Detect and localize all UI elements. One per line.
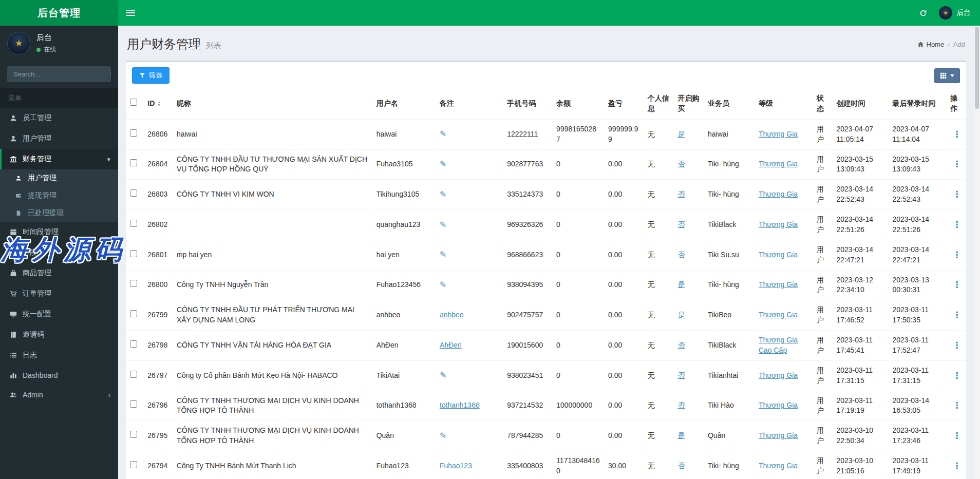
- cell-purchase: 否: [673, 331, 704, 361]
- purchase-toggle-link[interactable]: 是: [677, 311, 685, 319]
- row-checkbox[interactable]: [130, 280, 137, 287]
- row-actions-button[interactable]: ⋮: [951, 431, 964, 440]
- level-link[interactable]: Thương Gia: [759, 401, 798, 409]
- row-actions-button[interactable]: ⋮: [951, 250, 964, 260]
- cell-note: ✎: [436, 240, 503, 270]
- sidebar-item-staff[interactable]: 员工管理: [0, 108, 118, 128]
- edit-note-icon[interactable]: ✎: [440, 190, 446, 199]
- breadcrumb-home-link[interactable]: Home: [917, 41, 945, 48]
- row-actions-button[interactable]: ⋮: [951, 280, 964, 290]
- row-checkbox[interactable]: [130, 310, 137, 317]
- note-link[interactable]: AhĐen: [440, 341, 462, 349]
- row-actions-button[interactable]: ⋮: [951, 159, 964, 169]
- submenu-item-user-finance[interactable]: 用户管理: [0, 169, 118, 187]
- edit-note-icon[interactable]: ✎: [440, 250, 446, 259]
- purchase-toggle-link[interactable]: 否: [677, 251, 685, 259]
- level-link[interactable]: Thương Gia: [759, 311, 798, 319]
- edit-note-icon[interactable]: ✎: [440, 160, 446, 168]
- cell-level: Thương Gia: [755, 421, 813, 451]
- sidebar-item-session[interactable]: 时段: [0, 242, 118, 263]
- row-checkbox[interactable]: [130, 129, 137, 137]
- cell-username: Tikihung3105: [372, 180, 436, 210]
- sidebar-item-dashboard[interactable]: Dashboard: [0, 366, 118, 385]
- row-actions-button[interactable]: ⋮: [951, 340, 964, 350]
- navbar-user-menu[interactable]: ★ 后台: [935, 0, 980, 26]
- purchase-toggle-link[interactable]: 否: [677, 220, 685, 228]
- purchase-toggle-link[interactable]: 否: [677, 401, 685, 409]
- purchase-toggle-link[interactable]: 是: [677, 280, 685, 289]
- level-link[interactable]: Thương Gia: [759, 220, 798, 228]
- vertical-scrollbar[interactable]: [974, 26, 980, 479]
- select-all-checkbox[interactable]: [130, 99, 137, 106]
- search-input[interactable]: [7, 66, 110, 82]
- sidebar-item-orders[interactable]: 订单管理: [0, 283, 118, 304]
- header-level: 等级: [755, 89, 813, 119]
- row-actions-button[interactable]: ⋮: [951, 220, 964, 229]
- app-title: 后台管理: [37, 6, 81, 20]
- level-link[interactable]: Thương Gia: [759, 371, 798, 379]
- purchase-toggle-link[interactable]: 是: [677, 130, 685, 138]
- sidebar-item-logs[interactable]: 日志: [0, 345, 118, 366]
- table-settings-button[interactable]: [934, 68, 960, 83]
- submenu-item-processed-withdraw[interactable]: 已处理提现: [0, 204, 118, 222]
- note-link[interactable]: tothanh1368: [440, 401, 480, 409]
- cell-profit: 30.00: [604, 451, 644, 479]
- filter-button[interactable]: 筛选: [132, 67, 169, 84]
- sidebar-item-products[interactable]: 商品管理: [0, 263, 118, 283]
- row-checkbox[interactable]: [130, 340, 137, 348]
- level-link[interactable]: Thương Gia Cao Cấp: [759, 336, 798, 354]
- row-checkbox[interactable]: [130, 371, 137, 378]
- edit-note-icon[interactable]: ✎: [440, 129, 446, 138]
- level-link[interactable]: Thương Gia: [759, 431, 798, 439]
- row-checkbox[interactable]: [130, 189, 137, 197]
- edit-note-icon[interactable]: ✎: [440, 280, 446, 289]
- purchase-toggle-link[interactable]: 否: [677, 341, 685, 349]
- purchase-toggle-link[interactable]: 否: [677, 371, 685, 379]
- edit-note-icon[interactable]: ✎: [440, 431, 446, 440]
- row-checkbox[interactable]: [130, 159, 137, 166]
- cell-id: 26802: [143, 210, 173, 240]
- row-actions-button[interactable]: ⋮: [951, 310, 964, 320]
- sort-icon[interactable]: ▲▼: [157, 101, 161, 107]
- row-checkbox[interactable]: [130, 431, 137, 438]
- row-checkbox[interactable]: [130, 220, 137, 227]
- sidebar-item-config[interactable]: 统一配置: [0, 304, 118, 324]
- row-actions-button[interactable]: ⋮: [951, 400, 964, 410]
- cell-nickname: Công Ty TNHH Nguyễn Trần: [173, 270, 372, 300]
- row-checkbox[interactable]: [130, 250, 137, 257]
- sidebar-item-admin[interactable]: Admin ‹: [0, 385, 118, 405]
- row-actions-button[interactable]: ⋮: [951, 129, 964, 139]
- search-submit-button[interactable]: [110, 66, 111, 82]
- refresh-button[interactable]: [912, 0, 935, 26]
- note-link[interactable]: Fuhao123: [440, 462, 472, 470]
- submenu-item-withdraw[interactable]: 提现管理: [0, 187, 118, 204]
- scrollbar-thumb[interactable]: [975, 27, 979, 109]
- sidebar-item-invite-code[interactable]: 邀请码: [0, 324, 118, 345]
- sidebar-item-users[interactable]: 用户管理: [0, 128, 118, 149]
- app-logo[interactable]: 后台管理: [0, 0, 118, 26]
- level-link[interactable]: Thương Gia: [759, 160, 798, 168]
- level-link[interactable]: Thương Gia: [759, 462, 798, 470]
- purchase-toggle-link[interactable]: 是: [677, 431, 685, 439]
- row-actions-button[interactable]: ⋮: [951, 461, 964, 471]
- cell-id: 26806: [143, 119, 173, 149]
- level-link[interactable]: Thương Gia: [759, 130, 798, 138]
- sidebar-item-finance[interactable]: 财务管理 ▾: [0, 149, 118, 169]
- row-checkbox[interactable]: [130, 400, 137, 408]
- purchase-toggle-link[interactable]: 否: [677, 190, 685, 198]
- row-actions-button[interactable]: ⋮: [951, 371, 964, 380]
- level-link[interactable]: Thương Gia: [759, 251, 798, 259]
- cell-id: 26795: [143, 421, 173, 451]
- purchase-toggle-link[interactable]: 否: [677, 462, 685, 470]
- edit-note-icon[interactable]: ✎: [440, 220, 446, 229]
- row-actions-button[interactable]: ⋮: [951, 189, 964, 199]
- note-link[interactable]: anhbeo: [440, 311, 464, 319]
- cell-note: ✎: [436, 180, 503, 210]
- edit-note-icon[interactable]: ✎: [440, 371, 446, 379]
- sidebar-item-time-period[interactable]: 时间段管理: [0, 222, 118, 242]
- level-link[interactable]: Thương Gia: [759, 190, 798, 198]
- purchase-toggle-link[interactable]: 否: [677, 160, 685, 168]
- sidebar-toggle-button[interactable]: [118, 0, 143, 26]
- level-link[interactable]: Thương Gia: [759, 280, 798, 289]
- row-checkbox[interactable]: [130, 461, 137, 468]
